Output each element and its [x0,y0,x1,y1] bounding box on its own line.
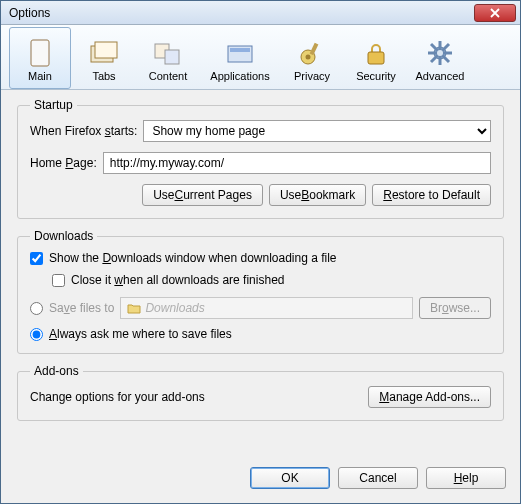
folder-icon [127,302,141,314]
startup-group: Startup When Firefox starts: Show my hom… [17,98,504,219]
always-ask-row: Always ask me where to save files [30,327,491,341]
save-folder-display: Downloads [120,297,413,319]
tab-advanced[interactable]: Advanced [409,27,471,89]
addons-group: Add-ons Change options for your add-ons … [17,364,504,421]
svg-point-17 [437,50,443,56]
startup-legend: Startup [30,98,77,112]
show-downloads-checkbox-row: Show the Downloads window when downloadi… [30,251,491,265]
tab-content[interactable]: Content [137,27,199,89]
tab-tabs[interactable]: Tabs [73,27,135,89]
home-page-label: Home Page: [30,156,97,170]
dialog-buttons: OK Cancel Help [1,467,520,503]
svg-rect-5 [165,50,179,64]
main-icon [24,37,56,69]
tab-applications[interactable]: Applications [201,27,279,89]
svg-rect-10 [310,42,319,55]
when-starts-label: When Firefox starts: [30,124,137,138]
always-ask-label: Always ask me where to save files [49,327,232,341]
use-current-pages-button[interactable]: Use Current Pages [142,184,263,206]
svg-rect-7 [230,48,250,52]
browse-button: Browse... [419,297,491,319]
show-downloads-label: Show the Downloads window when downloadi… [49,251,337,265]
tabs-icon [88,37,120,69]
options-window: Options Main Tabs Content Applications P… [0,0,521,504]
tab-security[interactable]: Security [345,27,407,89]
security-icon [360,37,392,69]
addons-legend: Add-ons [30,364,83,378]
home-page-input[interactable] [103,152,491,174]
tab-privacy[interactable]: Privacy [281,27,343,89]
main-panel: Startup When Firefox starts: Show my hom… [1,90,520,467]
manage-addons-button[interactable]: Manage Add-ons... [368,386,491,408]
content-icon [152,37,184,69]
save-files-to-label: Save files to [49,301,114,315]
cancel-button[interactable]: Cancel [338,467,418,489]
close-button[interactable] [474,4,516,22]
close-icon [490,8,500,18]
titlebar: Options [1,1,520,25]
close-when-finished-checkbox[interactable] [52,274,65,287]
addons-description: Change options for your add-ons [30,390,362,404]
window-title: Options [9,6,474,20]
use-bookmark-button[interactable]: Use Bookmark [269,184,366,206]
privacy-icon [296,37,328,69]
tab-main[interactable]: Main [9,27,71,89]
category-toolbar: Main Tabs Content Applications Privacy S… [1,25,520,90]
ok-button[interactable]: OK [250,467,330,489]
svg-rect-0 [31,40,49,66]
close-when-finished-label: Close it when all downloads are finished [71,273,284,287]
svg-point-9 [306,54,311,59]
help-button[interactable]: Help [426,467,506,489]
restore-default-button[interactable]: Restore to Default [372,184,491,206]
applications-icon [224,37,256,69]
show-downloads-checkbox[interactable] [30,252,43,265]
close-when-finished-row: Close it when all downloads are finished [52,273,491,287]
when-starts-select[interactable]: Show my home page [143,120,491,142]
downloads-legend: Downloads [30,229,97,243]
advanced-icon [424,37,456,69]
svg-rect-3 [95,42,117,58]
always-ask-radio[interactable] [30,328,43,341]
svg-rect-11 [368,52,384,64]
save-files-to-radio[interactable] [30,302,43,315]
downloads-group: Downloads Show the Downloads window when… [17,229,504,354]
